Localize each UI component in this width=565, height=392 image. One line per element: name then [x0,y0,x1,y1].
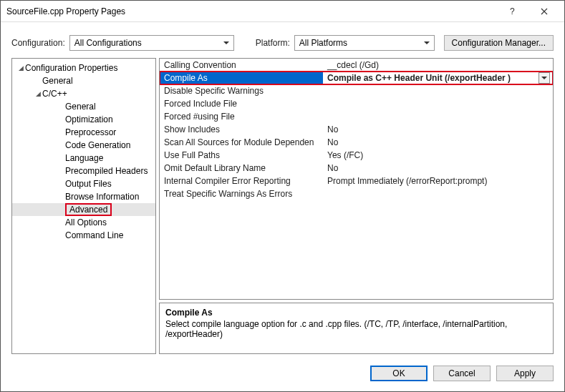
tree-node-general2[interactable]: General [12,100,155,113]
tree-node-outputfiles[interactable]: Output Files [12,177,155,190]
tree-node-pch[interactable]: Precompiled Headers [12,165,155,177]
collapse-arrow-icon[interactable]: ◢ [16,64,25,72]
configuration-label: Configuration: [11,38,65,48]
tree-node-language[interactable]: Language [12,152,155,165]
titlebar: SourceFile.cpp Property Pages ? [1,1,564,22]
row-full-paths[interactable]: Use Full PathsYes (/FC) [160,149,553,162]
row-compile-as[interactable]: Compile AsCompile as C++ Header Unit (/e… [160,72,553,84]
svg-text:?: ? [510,6,515,16]
cancel-button[interactable]: Cancel [433,366,491,381]
row-show-incl[interactable]: Show IncludesNo [160,123,553,136]
row-forced-incl[interactable]: Forced Include File [160,97,553,110]
platform-value: All Platforms [299,38,347,48]
description-panel: Compile As Select compile language optio… [159,303,554,354]
tree-node-cpp[interactable]: ◢ C/C++ [12,87,155,100]
row-ice-report[interactable]: Internal Compiler Error ReportingPrompt … [160,175,553,187]
description-text: Select compile language option for .c an… [165,319,547,339]
help-button[interactable]: ? [497,1,528,21]
tree-node-preprocessor[interactable]: Preprocessor [12,126,155,139]
row-disable-warn[interactable]: Disable Specific Warnings [160,84,553,97]
description-title: Compile As [165,308,547,318]
row-forced-using[interactable]: Forced #using File [160,110,553,123]
ok-button[interactable]: OK [370,366,428,381]
tree-node-alloptions[interactable]: All Options [12,216,155,229]
property-grid[interactable]: Calling Convention__cdecl (/Gd) Compile … [159,58,554,300]
row-calling-convention[interactable]: Calling Convention__cdecl (/Gd) [160,59,553,72]
row-scan-all[interactable]: Scan All Sources for Module DependenNo [160,136,553,149]
tree-node-optimization[interactable]: Optimization [12,113,155,126]
tree-node-general[interactable]: General [12,74,155,87]
dialog-footer: OK Cancel Apply [1,360,564,391]
row-warn-err[interactable]: Treat Specific Warnings As Errors [160,187,553,200]
tree-node-browseinfo[interactable]: Browse Information [12,190,155,203]
configuration-value: All Configurations [74,38,142,48]
collapse-arrow-icon[interactable]: ◢ [34,90,42,97]
nav-tree[interactable]: ◢ Configuration Properties General ◢ C/C… [11,58,156,354]
config-row: Configuration: All Configurations Platfo… [1,22,564,58]
platform-select[interactable]: All Platforms [294,35,435,51]
tree-node-advanced[interactable]: Advanced [12,203,155,216]
tree-node-cmdline[interactable]: Command Line [12,229,155,242]
tree-node-config-props[interactable]: ◢ Configuration Properties [12,62,155,74]
row-omit-lib[interactable]: Omit Default Library NameNo [160,162,553,175]
tree-node-codegen[interactable]: Code Generation [12,139,155,152]
configuration-select[interactable]: All Configurations [69,35,234,51]
platform-label: Platform: [256,38,290,48]
window-title: SourceFile.cpp Property Pages [6,6,125,16]
compile-as-dropdown-button[interactable] [539,72,550,84]
configuration-manager-button[interactable]: Configuration Manager... [444,35,554,51]
close-button[interactable] [528,1,560,21]
apply-button[interactable]: Apply [496,366,554,381]
